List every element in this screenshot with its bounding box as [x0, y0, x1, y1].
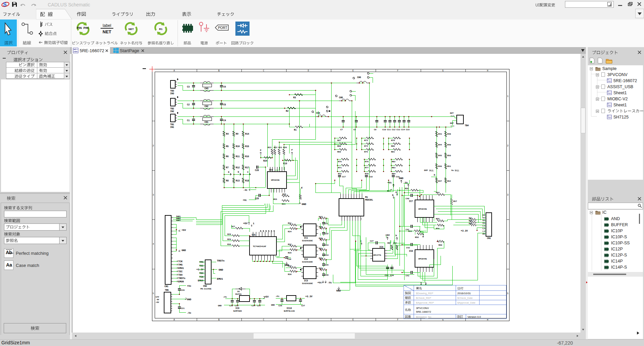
svg-text:+Vc: +Vc — [187, 285, 191, 287]
svg-text:UPC844G: UPC844G — [418, 258, 427, 260]
svg-text:R38: R38 — [319, 237, 323, 240]
svg-text:R75: R75 — [364, 151, 368, 153]
svg-text:R70: R70 — [338, 161, 342, 163]
svg-text:R20: R20 — [283, 146, 287, 149]
svg-text:5: 5 — [507, 292, 508, 295]
svg-text:C28: C28 — [255, 169, 259, 172]
svg-text:C12: C12 — [392, 129, 395, 131]
svg-text:R33: R33 — [288, 265, 292, 267]
svg-text:Version 0.0: Version 0.0 — [467, 315, 481, 318]
svg-text:EMU0: EMU0 — [178, 280, 184, 283]
svg-text:R5: R5 — [226, 145, 229, 148]
svg-text:5: 5 — [153, 292, 154, 295]
svg-text:GND: GND — [218, 305, 222, 307]
svg-text:-Vc: -Vc — [187, 312, 191, 314]
svg-text:R80: R80 — [391, 145, 395, 147]
svg-text:3PVCONV: 3PVCONV — [416, 307, 429, 310]
svg-text:R40: R40 — [319, 226, 323, 228]
svg-text:CH3: CH3 — [204, 88, 209, 90]
svg-text:C5: C5 — [223, 104, 226, 106]
svg-text:R47: R47 — [438, 180, 442, 182]
svg-text:NJM7805: NJM7805 — [233, 310, 242, 312]
svg-text:UPC277G: UPC277G — [373, 254, 381, 256]
svg-text:+5V: +5V — [264, 296, 269, 298]
svg-text:CN2: CN2 — [203, 285, 207, 287]
svg-text:R49: R49 — [447, 144, 451, 146]
svg-text:C31: C31 — [325, 222, 329, 225]
svg-text:R43: R43 — [438, 133, 442, 135]
svg-text:C7: C7 — [340, 129, 343, 131]
svg-text:R76: R76 — [365, 161, 369, 163]
svg-text:IC10: IC10 — [287, 307, 292, 310]
svg-text:R24: R24 — [263, 160, 267, 162]
svg-text:+5V: +5V — [243, 222, 248, 225]
svg-text:+Vc: +Vc — [276, 295, 279, 298]
svg-text:GND: GND — [182, 249, 186, 252]
svg-text:C14: C14 — [401, 129, 405, 131]
svg-text:R65: R65 — [387, 242, 391, 244]
svg-text:R36: R36 — [288, 273, 292, 276]
svg-text:$Check_REP: $Check_REP — [416, 297, 431, 300]
svg-text:GND: GND — [187, 298, 191, 301]
svg-text:C13: C13 — [396, 129, 400, 131]
svg-text:F: F — [397, 70, 399, 72]
svg-text:L1: L1 — [483, 225, 485, 227]
svg-text:R63: R63 — [408, 230, 412, 233]
svg-text:R9: R9 — [236, 133, 238, 135]
svg-text:TB2: TB2 — [170, 108, 174, 110]
svg-text:R55: R55 — [273, 198, 277, 201]
svg-text:C39: C39 — [390, 274, 394, 277]
svg-text:R32: R32 — [288, 243, 292, 246]
svg-text:H: H — [487, 70, 488, 72]
svg-text:+Vc: +Vc — [223, 296, 227, 298]
svg-text:+3.3V: +3.3V — [305, 295, 313, 298]
svg-text:C30: C30 — [288, 258, 291, 261]
svg-text:G: G — [442, 70, 444, 72]
svg-text:TRSTn: TRSTn — [178, 277, 185, 280]
svg-text:$Drawing_REP: $Drawing_REP — [416, 292, 433, 295]
svg-text:C26: C26 — [278, 305, 282, 307]
svg-text:TDI: TDI — [178, 270, 183, 273]
svg-text:TCK: TCK — [199, 276, 203, 278]
svg-text:R37: R37 — [319, 216, 323, 218]
svg-text:C11: C11 — [387, 129, 391, 131]
svg-text:b: b — [392, 194, 393, 197]
svg-text:R16: R16 — [245, 155, 249, 158]
svg-text:R1: R1 — [159, 28, 163, 31]
svg-text:R10: R10 — [236, 145, 240, 148]
svg-text:R61: R61 — [469, 217, 472, 219]
svg-text:R21: R21 — [278, 146, 282, 149]
svg-text:PORT: PORT — [218, 26, 227, 30]
svg-text:H: H — [487, 319, 488, 321]
svg-text:D1: D1 — [237, 290, 240, 293]
svg-text:f: f — [291, 149, 293, 151]
svg-text:Vo: Vo — [451, 169, 454, 172]
svg-text:IC4: IC4 — [379, 246, 383, 248]
svg-text:R11: R11 — [236, 155, 240, 158]
svg-text:G: G — [442, 319, 444, 321]
svg-text:C3: C3 — [187, 86, 190, 88]
svg-text:4: 4 — [153, 243, 154, 245]
svg-text:R50: R50 — [447, 154, 451, 157]
svg-text:F: F — [397, 319, 399, 321]
svg-text:$Check_Date: $Check_Date — [457, 297, 472, 300]
svg-text:0V: 0V — [157, 299, 159, 301]
svg-text:R26: R26 — [282, 203, 286, 205]
svg-text:E: E — [352, 319, 354, 321]
svg-text:R15: R15 — [245, 145, 249, 148]
svg-text:d: d — [301, 186, 302, 189]
svg-text:2: 2 — [153, 145, 154, 147]
svg-text:CH5: CH5 — [339, 97, 343, 99]
svg-text:R78: R78 — [365, 173, 369, 175]
svg-text:C18: C18 — [369, 176, 373, 178]
svg-text:R60: R60 — [439, 244, 442, 246]
svg-text:UPC844G: UPC844G — [418, 208, 427, 210]
svg-text:M1F55: M1F55 — [235, 293, 241, 296]
svg-text:IC1: IC1 — [304, 237, 308, 239]
svg-text:A: A — [174, 70, 175, 72]
svg-text:R58: R58 — [415, 236, 419, 239]
svg-text:NJM78L33S: NJM78L33S — [284, 310, 295, 312]
svg-text:IC9: IC9 — [235, 307, 239, 310]
svg-text:1: 1 — [507, 95, 508, 98]
svg-text:4: 4 — [507, 243, 508, 245]
